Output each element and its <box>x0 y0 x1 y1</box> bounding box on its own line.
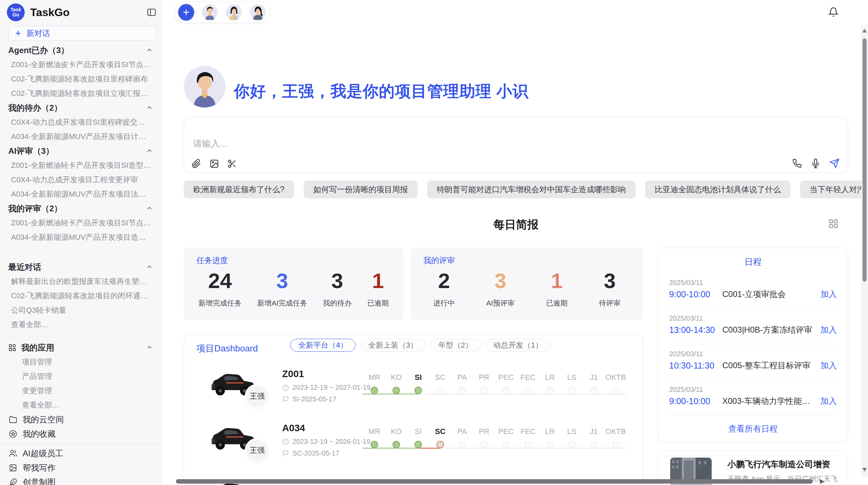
sidebar-item[interactable]: C02-飞腾新能源轻客改款项目里程碑画布 <box>0 72 161 86</box>
app-item-product[interactable]: 产品管理 <box>0 369 161 384</box>
chevron-up-icon <box>146 104 153 112</box>
project-row[interactable]: 王强 Z001 2023-12-19 ~ 2027-01-19 SI-2025-… <box>184 364 643 419</box>
view-all-schedule[interactable]: 查看所有日程 <box>658 423 848 434</box>
milestone-PA: PA <box>451 373 473 394</box>
milestone-OKTB: OKTB <box>605 427 627 448</box>
sidebar-item[interactable]: A034-全新新能源MUV产品开发项目法规符合性评审 <box>0 187 161 201</box>
vertical-scrollbar-thumb[interactable] <box>863 38 867 282</box>
stat: 3AI预评审 <box>486 269 515 308</box>
milestone-segment <box>572 448 594 449</box>
scroll-down-arrow[interactable] <box>862 468 867 472</box>
sidebar-item[interactable]: A034-全新新能源MUV产品开发项目造型可行性评审 <box>0 230 161 245</box>
stat: 3我的待办 <box>323 269 352 308</box>
section-my-apps[interactable]: 我的应用 <box>0 340 161 355</box>
milestone-segment <box>550 448 572 449</box>
agent-avatar-2[interactable] <box>226 4 242 21</box>
suggestion-chip[interactable]: 欧洲新规最近颁布了什么? <box>184 181 294 198</box>
composer-input[interactable] <box>192 137 708 156</box>
milestone-LR: LR <box>539 373 561 394</box>
recent-chat-item[interactable]: C02-飞腾新能源轻客改款项目的闭环通告反馈情况 <box>0 289 161 303</box>
event-time: 9:00-10:00 <box>669 396 722 406</box>
tab-powertrain[interactable]: 动总开发（1） <box>485 339 551 352</box>
add-agent-button[interactable] <box>178 4 194 21</box>
sidebar-item-creative-draw[interactable]: 创意制图 <box>0 475 161 485</box>
app-item-change[interactable]: 变更管理 <box>0 384 161 398</box>
join-button[interactable]: 加入 <box>820 396 837 407</box>
suggestion-chip[interactable]: 如何写一份清晰的项目周报 <box>304 181 418 198</box>
section-recent-chats[interactable]: 最近对话 <box>0 260 161 274</box>
sidebar-item-favorites[interactable]: 我的收藏 <box>0 427 161 441</box>
phone-icon[interactable] <box>792 159 802 168</box>
milestone-dot <box>371 387 378 394</box>
milestone-FEC: FEC <box>517 373 539 394</box>
sidebar-item-help-write[interactable]: 帮我写作 <box>0 461 161 475</box>
paperclip-icon[interactable] <box>192 159 201 169</box>
apps-view-all[interactable]: 查看全部... <box>0 398 161 412</box>
scroll-right-arrow[interactable] <box>820 479 824 484</box>
recent-view-all[interactable]: 查看全部... <box>0 318 161 332</box>
microphone-icon[interactable] <box>811 159 820 168</box>
milestone-dot <box>502 387 510 394</box>
milestone-KO: KO <box>385 427 407 448</box>
send-icon[interactable] <box>829 158 840 169</box>
sidebar-item[interactable]: A034-全新新能源MUV产品开发项目计划变更表编写 <box>0 129 161 144</box>
section-agent-done[interactable]: Agent已办（3） <box>0 43 161 58</box>
tab-new-platform[interactable]: 全新平台（4） <box>290 339 355 352</box>
logo-text-top: Task <box>11 7 21 12</box>
section-my-todo[interactable]: 我的待办（2） <box>0 101 161 115</box>
user-avatar[interactable]: 王强 <box>844 2 862 21</box>
sidebar: Task Go TaskGo 新对话 Agent已办（3） Z001-全新燃油皮… <box>0 0 162 485</box>
suggestion-chip[interactable]: 比亚迪全固态电池计划具体说了什么 <box>645 181 791 198</box>
notification-bell-icon[interactable] <box>828 7 839 17</box>
sidebar-item[interactable]: Z001-全新燃油轻卡产品开发项目SI节点属性5D文件评审 <box>0 216 161 230</box>
recent-chat-item[interactable]: 解释最新出台的欧盟报废车法规再生塑料比例被调至15%... <box>0 274 161 289</box>
project-row[interactable]: 王强 A034 2023-12-19 ~ 2026-01-19 SC-2025-… <box>184 418 643 473</box>
collapse-sidebar-icon[interactable] <box>146 7 157 17</box>
milestone-track: MRKOSISCPAPRPECFECLRLSJ1OKTB <box>353 419 638 460</box>
section-my-review[interactable]: 我的评审（2） <box>0 201 161 216</box>
recent-chat-item[interactable]: 公司Q3轻卡销量 <box>0 303 161 318</box>
new-chat-button[interactable]: 新对话 <box>8 26 156 40</box>
milestone-LS: LS <box>561 373 583 394</box>
image-attach-icon[interactable] <box>209 159 219 169</box>
milestone-dot <box>436 387 444 394</box>
section-ai-review[interactable]: AI评审（3） <box>0 144 161 158</box>
layout-grid-icon[interactable] <box>828 219 839 229</box>
chevron-up-icon <box>146 263 153 271</box>
sidebar-item-ai-super-staff[interactable]: AI超级员工 <box>0 446 161 461</box>
tab-model-year[interactable]: 年型（2） <box>431 339 481 352</box>
join-button[interactable]: 加入 <box>820 324 837 335</box>
milestone-dot <box>414 441 422 448</box>
join-button[interactable]: 加入 <box>820 289 837 300</box>
scroll-up-arrow[interactable] <box>862 29 867 33</box>
scissors-icon[interactable] <box>227 159 237 169</box>
sidebar-item[interactable]: Z001-全新燃油皮卡产品开发项目SI节点Lesson Learn报告 <box>0 58 161 72</box>
horizontal-scrollbar-thumb[interactable] <box>176 479 813 484</box>
milestone-OKTB: OKTB <box>605 373 627 394</box>
milestone-dot <box>393 441 400 448</box>
divider <box>0 336 161 336</box>
tab-new-body[interactable]: 全新上装（3） <box>360 339 425 352</box>
sidebar-item-cloud-space[interactable]: 我的云空间 <box>0 412 161 427</box>
new-chat-label: 新对话 <box>26 28 50 39</box>
milestone-SI: SI <box>407 373 429 394</box>
agent-avatar-3[interactable] <box>250 4 266 21</box>
sidebar-item[interactable]: C02-飞腾新能源轻客改款项目立项汇报方案 <box>0 86 161 101</box>
sidebar-item[interactable]: C0X4-动力总成开发项目工程变更评审 <box>0 173 161 187</box>
milestone-PR: PR <box>473 427 495 448</box>
milestone-segment <box>440 448 462 449</box>
milestone-PR: PR <box>473 373 495 394</box>
milestone-dot <box>524 387 532 394</box>
divider <box>0 444 161 444</box>
milestone-dot <box>458 387 466 394</box>
app-item-project[interactable]: 项目管理 <box>0 355 161 369</box>
milestone-FEC: FEC <box>517 427 539 448</box>
event-title: X003-车辆动力学性能验... <box>722 396 816 407</box>
sidebar-item[interactable]: C0X4-动力总成开发项目SI里程碑提交物检查 <box>0 115 161 129</box>
join-button[interactable]: 加入 <box>820 360 837 371</box>
sidebar-item[interactable]: Z001-全新燃油轻卡产品开发项目SI造型提交物评审 <box>0 158 161 173</box>
agent-avatar-1[interactable] <box>202 4 218 21</box>
suggestion-chip[interactable]: 当下年轻人对汽车外观有怎样的喜好趋势 <box>800 181 868 198</box>
suggestion-chip[interactable]: 特朗普可能对进口汽车增税会对中国车企造成哪些影响 <box>427 181 636 198</box>
app-title: TaskGo <box>30 6 146 19</box>
